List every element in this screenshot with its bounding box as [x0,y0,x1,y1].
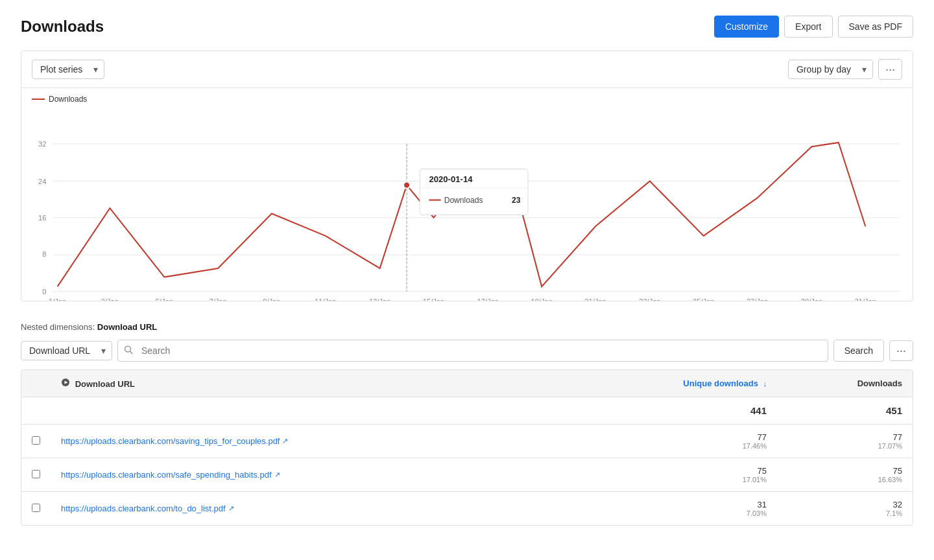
table-header-row: Download URL Unique downloads ↓ Download… [21,370,913,397]
header-checkbox-cell [21,370,51,397]
svg-text:2020-01-14: 2020-01-14 [429,174,473,184]
plot-series-select-wrapper[interactable]: Plot series ▾ [32,60,104,79]
svg-text:1/Jan: 1/Jan [49,298,66,301]
svg-text:17/Jan: 17/Jan [477,298,499,301]
legend-line-icon [32,99,45,100]
nested-dimensions-label: Nested dimensions: Download URL [21,322,913,332]
svg-text:32: 32 [38,140,46,148]
row1-checkbox[interactable] [32,436,40,445]
search-wrapper [117,340,828,362]
chart-toolbar-right: Group by day ▾ ··· [788,59,902,80]
row3-checkbox[interactable] [32,504,40,512]
table-row: https://uploads.clearbank.com/safe_spend… [21,458,913,492]
chart-svg: 0 8 16 24 32 1/Jan 3/Jan 5/Jan 7/Jan 9/J… [21,111,913,301]
svg-text:13/Jan: 13/Jan [369,298,390,301]
table-toolbar: Download URL ▾ Search ··· [21,340,913,362]
dimension-select[interactable]: Download URL [21,341,112,360]
table-section: Nested dimensions: Download URL Download… [21,322,913,526]
row2-checkbox-cell[interactable] [21,458,51,492]
external-link-icon: ↗ [282,437,288,445]
play-icon [61,378,70,387]
svg-line-36 [130,351,133,354]
legend-label: Downloads [49,95,87,104]
row3-checkbox-cell[interactable] [21,492,51,526]
totals-url-cell [51,397,562,425]
svg-text:19/Jan: 19/Jan [531,298,553,301]
group-by-select[interactable]: Group by day [788,60,873,79]
row3-url-cell: https://uploads.clearbank.com/to_do_list… [51,492,562,526]
chart-area: 0 8 16 24 32 1/Jan 3/Jan 5/Jan 7/Jan 9/J… [21,106,913,301]
external-link-icon: ↗ [228,504,234,513]
header-downloads: Downloads [777,370,913,397]
export-button[interactable]: Export [784,16,832,38]
table-wrapper: Download URL Unique downloads ↓ Download… [21,369,913,526]
svg-text:29/Jan: 29/Jan [801,298,822,301]
svg-text:11/Jan: 11/Jan [315,298,336,301]
totals-downloads: 451 [777,397,913,425]
svg-text:Downloads: Downloads [444,196,483,205]
svg-text:9/Jan: 9/Jan [263,298,280,301]
chart-container: Plot series ▾ Group by day ▾ ··· Downloa… [21,51,913,301]
header-actions: Customize Export Save as PDF [714,16,913,38]
search-icon [124,345,133,356]
svg-point-28 [403,181,410,188]
table-row: https://uploads.clearbank.com/to_do_list… [21,492,913,526]
svg-text:24: 24 [38,177,46,185]
svg-text:27/Jan: 27/Jan [747,298,768,301]
row3-downloads: 32 7.1% [777,492,913,526]
header-unique-downloads[interactable]: Unique downloads ↓ [562,370,777,397]
dimension-select-wrapper[interactable]: Download URL ▾ [21,341,112,360]
svg-text:7/Jan: 7/Jan [210,298,227,301]
table-row: https://uploads.clearbank.com/saving_tip… [21,425,913,458]
svg-text:21/Jan: 21/Jan [584,298,606,301]
group-by-select-wrapper[interactable]: Group by day ▾ [788,60,873,79]
svg-text:3/Jan: 3/Jan [101,298,119,301]
external-link-icon: ↗ [274,471,280,479]
totals-unique-downloads: 441 [562,397,777,425]
row3-url-link[interactable]: https://uploads.clearbank.com/to_do_list… [61,504,552,513]
row1-downloads: 77 17.07% [777,425,913,458]
table-more-options-button[interactable]: ··· [889,340,913,361]
svg-text:0: 0 [42,287,46,295]
svg-text:31/Jan: 31/Jan [855,298,876,301]
header-download-url: Download URL [51,370,562,397]
svg-text:16: 16 [38,214,46,222]
downloads-table: Download URL Unique downloads ↓ Download… [21,370,913,525]
table-toolbar-row: Download URL ▾ Search ··· [21,340,913,362]
row1-unique-downloads: 77 17.46% [562,425,777,458]
row3-unique-downloads: 31 7.03% [562,492,777,526]
row1-url-cell: https://uploads.clearbank.com/saving_tip… [51,425,562,458]
svg-text:15/Jan: 15/Jan [423,298,444,301]
search-input[interactable] [117,340,828,362]
svg-text:23/Jan: 23/Jan [639,298,660,301]
row1-url-link[interactable]: https://uploads.clearbank.com/saving_tip… [61,436,552,446]
totals-checkbox-cell [21,397,51,425]
row2-checkbox[interactable] [32,470,40,478]
row1-checkbox-cell[interactable] [21,425,51,458]
totals-row: 441 451 [21,397,913,425]
row2-downloads: 75 16.63% [777,458,913,492]
svg-text:23: 23 [512,196,521,205]
row2-unique-downloads: 75 17.01% [562,458,777,492]
svg-text:5/Jan: 5/Jan [156,298,173,301]
chart-legend: Downloads [21,88,913,106]
customize-button[interactable]: Customize [714,16,779,38]
chart-more-options-button[interactable]: ··· [878,59,902,80]
row2-url-link[interactable]: https://uploads.clearbank.com/safe_spend… [61,470,552,480]
row2-url-cell: https://uploads.clearbank.com/safe_spend… [51,458,562,492]
page-title: Downloads [21,18,104,36]
svg-text:8: 8 [42,250,46,258]
plot-series-select[interactable]: Plot series [32,60,104,79]
chart-toolbar: Plot series ▾ Group by day ▾ ··· [21,51,913,88]
save-as-pdf-button[interactable]: Save as PDF [838,16,913,38]
svg-text:25/Jan: 25/Jan [693,298,714,301]
sort-arrow-icon: ↓ [763,380,767,388]
search-button[interactable]: Search [833,340,884,362]
